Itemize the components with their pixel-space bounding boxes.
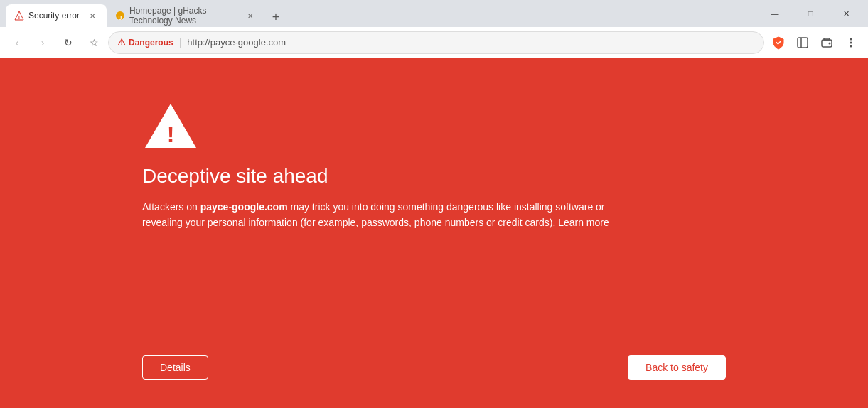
svg-text:!: ! [167,122,175,147]
tab-security-error-label: Security error [28,11,80,21]
ghacks-favicon: g [115,11,125,21]
security-error-favicon: ! [14,11,24,21]
minimize-button[interactable]: — [759,2,791,25]
page-heading: Deceptive site ahead [142,165,328,188]
svg-point-7 [829,42,831,44]
tab-close-security-error[interactable]: ✕ [87,10,98,21]
navigation-bar: ‹ › ↻ ☆ ⚠ Dangerous | http://payce-googl… [0,27,868,58]
title-bar: ! Security error ✕ g Homepage | gHacks T… [0,0,868,27]
learn-more-link[interactable]: Learn more [558,217,609,228]
tabs-area: ! Security error ✕ g Homepage | gHacks T… [6,0,759,27]
wallet-icon [820,36,833,49]
tab-ghacks[interactable]: g Homepage | gHacks Technology News ✕ [107,4,263,27]
menu-button[interactable] [840,31,862,54]
sidebar-icon [796,36,809,49]
sidebar-button[interactable] [791,31,814,54]
danger-warning-icon: ⚠ [117,37,126,48]
address-separator: | [179,37,182,48]
svg-point-9 [850,41,852,43]
details-button[interactable]: Details [142,355,208,380]
brave-shield-icon [771,36,786,50]
svg-rect-4 [798,38,808,48]
url-text: http://payce-google.com [187,37,286,48]
forward-button[interactable]: › [31,31,54,54]
dangerous-label: ⚠ Dangerous [117,37,173,48]
new-tab-button[interactable]: + [266,7,286,27]
error-page-content: ! Deceptive site ahead Attackers on payc… [0,58,868,408]
tab-close-ghacks[interactable]: ✕ [246,10,254,21]
window-controls: — □ ✕ [759,2,862,25]
svg-point-8 [850,38,852,40]
page-description: Attackers on payce-google.com may trick … [142,199,626,231]
bookmark-button[interactable]: ☆ [82,31,105,54]
tab-security-error[interactable]: ! Security error ✕ [6,4,107,27]
close-button[interactable]: ✕ [830,2,862,25]
svg-point-10 [850,45,852,47]
brave-shield-button[interactable] [767,31,790,54]
svg-text:g: g [119,14,122,20]
nav-right-icons [767,31,862,54]
tab-ghacks-label: Homepage | gHacks Technology News [129,6,239,26]
description-prefix: Attackers on [142,201,200,213]
back-to-safety-button[interactable]: Back to safety [628,355,726,380]
refresh-button[interactable]: ↻ [57,31,80,54]
maximize-button[interactable]: □ [794,2,827,25]
wallet-button[interactable] [815,31,838,54]
address-bar[interactable]: ⚠ Dangerous | http://payce-google.com [108,31,764,54]
menu-icon [845,36,857,49]
warning-icon-container: ! [142,101,199,151]
action-buttons: Details Back to safety [0,355,868,380]
svg-text:!: ! [18,15,20,20]
site-name: payce-google.com [200,201,288,213]
warning-triangle-icon: ! [142,101,199,151]
back-button[interactable]: ‹ [6,31,28,54]
